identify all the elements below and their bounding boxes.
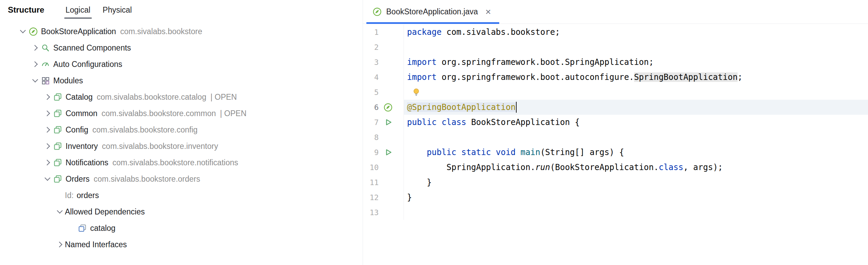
tab-physical[interactable]: Physical [97, 0, 138, 20]
tree-row-auto-configurations[interactable]: Auto Configurations [0, 56, 363, 72]
chevron-right-icon[interactable] [42, 125, 53, 135]
code-line-9: 9 public static void main(String[] args)… [363, 145, 868, 160]
tree-node-label: orders [77, 191, 99, 200]
code-token [491, 148, 496, 157]
code-line-3: 3import org.springframework.boot.SpringA… [363, 55, 868, 70]
tree-row-catalog[interactable]: catalog [0, 220, 363, 236]
spring-boot-icon [28, 27, 38, 36]
editor-gutter[interactable]: 12 [363, 190, 404, 205]
tree-row-config[interactable]: Configcom.sivalabs.bookstore.config [0, 122, 363, 138]
code-token: @SpringBootApplication [407, 102, 516, 112]
editor-tab-title: BookStoreApplication.java [386, 7, 478, 16]
tree-row-orders[interactable]: Id:orders [0, 187, 363, 204]
tree-node-label: Allowed Dependencies [65, 207, 145, 217]
code-line-text[interactable]: import org.springframework.boot.autoconf… [404, 70, 868, 85]
code-line-8: 8 [363, 130, 868, 145]
editor-tab-bookstoreapplication[interactable]: BookStoreApplication.java × [366, 0, 499, 24]
code-line-10: 10 SpringApplication.run(BookStoreApplic… [363, 160, 868, 175]
code-line-text[interactable]: } [404, 190, 868, 205]
intention-lightbulb-icon[interactable] [412, 88, 421, 97]
run-gutter-icon[interactable] [379, 117, 403, 127]
run-gutter-icon[interactable] [379, 148, 403, 157]
editor-gutter[interactable]: 2 [363, 40, 404, 55]
chevron-down-icon[interactable] [55, 207, 65, 217]
tree-node-label: Auto Configurations [53, 60, 122, 69]
tree-node-label: Common [66, 109, 97, 118]
spring-gutter-icon[interactable] [379, 103, 403, 112]
code-token: SpringBootApplication [634, 72, 738, 82]
editor-gutter[interactable]: 3 [363, 55, 404, 70]
editor-gutter[interactable]: 6 [363, 100, 404, 115]
code-line-text[interactable]: SpringApplication.run(BookStoreApplicati… [404, 160, 868, 175]
editor-gutter[interactable]: 11 [363, 175, 404, 190]
editor-gutter[interactable]: 7 [363, 115, 404, 130]
code-line-text[interactable]: public class BookStoreApplication { [404, 115, 868, 130]
code-line-text[interactable]: import org.springframework.boot.SpringAp… [404, 55, 868, 70]
tab-logical[interactable]: Logical [59, 0, 97, 20]
editor-gutter[interactable]: 5 [363, 85, 404, 100]
code-token: main [520, 148, 540, 157]
code-token: import [407, 57, 437, 67]
editor-gutter[interactable]: 13 [363, 205, 404, 220]
tree-row-notifications[interactable]: Notificationscom.sivalabs.bookstore.noti… [0, 154, 363, 171]
tree-row-allowed-dependencies[interactable]: Allowed Dependencies [0, 204, 363, 220]
tree-node-package: com.sivalabs.bookstore.notifications [112, 158, 238, 167]
tree-node-package: com.sivalabs.bookstore [120, 27, 202, 36]
editor-gutter[interactable]: 9 [363, 145, 404, 160]
close-tab-icon[interactable]: × [484, 6, 492, 17]
code-line-5: 5 [363, 85, 868, 100]
editor-tab-bar: BookStoreApplication.java × [363, 0, 868, 24]
code-line-text[interactable]: @SpringBootApplication [404, 100, 868, 115]
line-number: 11 [363, 178, 379, 187]
chevron-right-icon[interactable] [42, 141, 53, 151]
editor-gutter[interactable]: 10 [363, 160, 404, 175]
panel-title: Structure [8, 5, 44, 15]
code-line-text[interactable]: package com.sivalabs.bookstore; [404, 25, 868, 40]
editor-gutter[interactable]: 8 [363, 130, 404, 145]
editor-gutter[interactable]: 4 [363, 70, 404, 85]
tree-row-orders[interactable]: Orderscom.sivalabs.bookstore.orders [0, 171, 363, 187]
code-token: org.springframework.boot.autoconfigure. [437, 72, 634, 82]
tree-row-scanned-components[interactable]: Scanned Components [0, 40, 363, 56]
code-line-text[interactable] [404, 205, 868, 220]
code-line-text[interactable] [404, 85, 868, 100]
line-number: 8 [363, 133, 379, 142]
structure-tool-window: Structure LogicalPhysical BookStoreAppli… [0, 0, 363, 265]
line-number: 2 [363, 43, 379, 52]
tree-node-package: com.sivalabs.bookstore.inventory [102, 142, 218, 151]
tree-node-label: Scanned Components [53, 43, 131, 53]
chevron-right-icon[interactable] [42, 108, 53, 118]
chevron-right-icon[interactable] [42, 157, 53, 168]
code-line-2: 2 [363, 40, 868, 55]
code-line-text[interactable] [404, 130, 868, 145]
code-token: run [535, 163, 550, 172]
chevron-right-icon[interactable] [55, 239, 65, 250]
tree-node-label: catalog [90, 224, 115, 233]
module-icon [53, 141, 63, 151]
scanned-components-icon [40, 43, 51, 53]
chevron-spacer [55, 190, 65, 200]
line-number: 12 [363, 193, 379, 202]
code-line-text[interactable]: public static void main(String[] args) { [404, 145, 868, 160]
code-line-7: 7public class BookStoreApplication { [363, 115, 868, 130]
chevron-right-icon[interactable] [42, 92, 53, 102]
code-line-text[interactable]: } [404, 175, 868, 190]
chevron-right-icon[interactable] [30, 59, 40, 69]
auto-configurations-icon [40, 59, 51, 69]
code-line-text[interactable] [404, 40, 868, 55]
tree-row-common[interactable]: Commoncom.sivalabs.bookstore.common| OPE… [0, 105, 363, 122]
tree-row-catalog[interactable]: Catalogcom.sivalabs.bookstore.catalog| O… [0, 89, 363, 105]
chevron-down-icon[interactable] [42, 174, 53, 184]
chevron-down-icon[interactable] [18, 26, 28, 37]
code-token: BookStoreApplication { [466, 117, 579, 127]
chevron-right-icon[interactable] [30, 43, 40, 53]
code-editor[interactable]: 1package com.sivalabs.bookstore;23import… [363, 24, 868, 265]
tree-row-named-interfaces[interactable]: Named Interfaces [0, 236, 363, 253]
chevron-down-icon[interactable] [30, 75, 40, 86]
editor-gutter[interactable]: 1 [363, 25, 404, 40]
tree-row-modules[interactable]: Modules [0, 72, 363, 89]
tree-node-prefix: Id: [65, 191, 74, 200]
tree-row-inventory[interactable]: Inventorycom.sivalabs.bookstore.inventor… [0, 138, 363, 154]
module-icon [53, 125, 63, 135]
tree-row-bookstoreapplication[interactable]: BookStoreApplicationcom.sivalabs.booksto… [0, 23, 363, 40]
